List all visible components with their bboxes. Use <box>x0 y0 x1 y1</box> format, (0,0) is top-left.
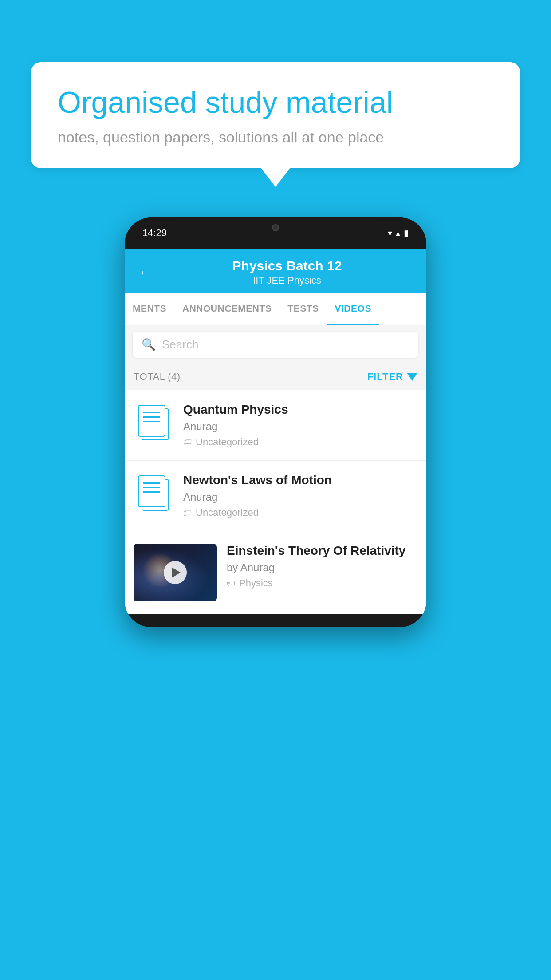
phone-mockup: 14:29 ▾ ▴ ▮ ← Physics Batch 12 IIT JEE P… <box>125 217 426 627</box>
back-button[interactable]: ← <box>138 264 152 281</box>
total-count: TOTAL (4) <box>134 371 181 383</box>
filter-button[interactable]: FILTER <box>367 371 417 383</box>
batch-tags: IIT JEE Physics <box>161 275 413 286</box>
battery-icon: ▮ <box>404 228 409 238</box>
list-item[interactable]: Newton's Laws of Motion Anurag 🏷 Uncateg… <box>125 461 426 531</box>
tab-announcements[interactable]: ANNOUNCEMENTS <box>174 293 279 325</box>
play-icon <box>172 567 181 578</box>
status-icons: ▾ ▴ ▮ <box>388 228 409 238</box>
tag-label: Uncategorized <box>196 436 259 448</box>
filter-bar: TOTAL (4) FILTER <box>125 364 426 390</box>
wifi-icon: ▾ <box>388 228 392 238</box>
status-bar: 14:29 ▾ ▴ ▮ <box>125 217 426 249</box>
video-tag: 🏷 Uncategorized <box>183 507 417 518</box>
document-icon <box>138 475 169 511</box>
tag-icon: 🏷 <box>227 578 236 589</box>
bubble-subtitle: notes, question papers, solutions all at… <box>58 129 493 146</box>
video-author: Anurag <box>183 491 417 503</box>
phone-bottom <box>125 614 426 627</box>
batch-name: Physics Batch 12 <box>161 258 413 273</box>
bubble-title: Organised study material <box>58 84 493 121</box>
filter-label: FILTER <box>367 371 403 383</box>
tab-videos[interactable]: VIDEOS <box>327 293 379 325</box>
search-bar[interactable]: 🔍 Search <box>133 332 418 358</box>
video-tag: 🏷 Uncategorized <box>183 436 417 448</box>
tag-label: Uncategorized <box>196 507 259 518</box>
video-title: Einstein's Theory Of Relativity <box>227 544 417 558</box>
tab-tests[interactable]: TESTS <box>279 293 327 325</box>
status-time: 14:29 <box>142 227 167 239</box>
app-screen: ← Physics Batch 12 IIT JEE Physics MENTS… <box>125 249 426 614</box>
list-item[interactable]: Einstein's Theory Of Relativity by Anura… <box>125 531 426 614</box>
tag-icon: 🏷 <box>183 508 192 518</box>
tag-label: Physics <box>239 577 273 589</box>
header-title-block: Physics Batch 12 IIT JEE Physics <box>161 258 413 286</box>
video-author: Anurag <box>183 420 417 433</box>
app-header: ← Physics Batch 12 IIT JEE Physics <box>125 249 426 293</box>
video-list: Quantum Physics Anurag 🏷 Uncategorized <box>125 390 426 614</box>
tab-ments[interactable]: MENTS <box>125 293 174 325</box>
item-thumbnail <box>134 473 173 513</box>
tag-icon: 🏷 <box>183 437 192 447</box>
tab-bar: MENTS ANNOUNCEMENTS TESTS VIDEOS <box>125 293 426 325</box>
phone-notch <box>240 217 311 237</box>
doc-front <box>138 475 165 507</box>
speech-bubble-section: Organised study material notes, question… <box>31 62 520 168</box>
item-info: Quantum Physics Anurag 🏷 Uncategorized <box>183 403 417 448</box>
doc-front <box>138 405 165 437</box>
speech-bubble: Organised study material notes, question… <box>31 62 520 168</box>
search-icon: 🔍 <box>142 338 156 352</box>
signal-icon: ▴ <box>396 228 400 238</box>
video-thumbnail-image <box>134 544 217 601</box>
video-tag: 🏷 Physics <box>227 577 417 589</box>
item-thumbnail <box>134 403 173 443</box>
document-icon <box>138 405 169 440</box>
search-container: 🔍 Search <box>125 325 426 364</box>
phone-container: 14:29 ▾ ▴ ▮ ← Physics Batch 12 IIT JEE P… <box>35 217 516 980</box>
list-item[interactable]: Quantum Physics Anurag 🏷 Uncategorized <box>125 390 426 461</box>
video-title: Quantum Physics <box>183 403 417 417</box>
search-input[interactable]: Search <box>162 338 198 352</box>
item-info: Newton's Laws of Motion Anurag 🏷 Uncateg… <box>183 473 417 518</box>
filter-icon <box>407 373 417 381</box>
play-button[interactable] <box>164 561 187 584</box>
video-title: Newton's Laws of Motion <box>183 473 417 487</box>
item-info: Einstein's Theory Of Relativity by Anura… <box>227 544 417 589</box>
camera-dot <box>272 224 279 231</box>
video-author: by Anurag <box>227 561 417 574</box>
